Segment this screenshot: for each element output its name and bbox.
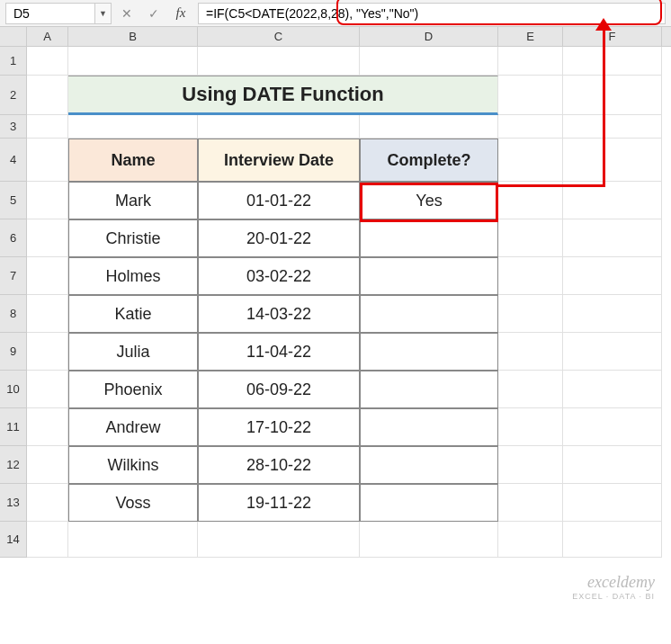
col-header-D[interactable]: D [360,27,498,46]
row-header-5[interactable]: 5 [0,182,27,219]
cell-complete-7[interactable] [360,257,498,295]
cell-F2[interactable] [563,76,662,115]
cell-name-8[interactable]: Katie [68,295,198,333]
fx-icon[interactable]: fx [169,3,192,24]
cell-complete-13[interactable] [360,484,498,522]
cell-A9[interactable] [27,333,68,371]
cell-A13[interactable] [27,484,68,522]
cell-F12[interactable] [563,446,662,484]
cell-date-6[interactable]: 20-01-22 [198,219,360,257]
header-interview-date[interactable]: Interview Date [198,139,360,182]
cell-B3[interactable] [68,115,198,139]
cell-date-5[interactable]: 01-01-22 [198,182,360,219]
cell-E7[interactable] [498,257,563,295]
header-complete[interactable]: Complete? [360,139,498,182]
cell-D14[interactable] [360,522,498,558]
cell-A8[interactable] [27,295,68,333]
cell-date-10[interactable]: 06-09-22 [198,371,360,408]
row-header-6[interactable]: 6 [0,219,27,257]
cell-F3[interactable] [563,115,662,139]
row-header-13[interactable]: 13 [0,484,27,522]
cell-date-11[interactable]: 17-10-22 [198,408,360,446]
cell-name-12[interactable]: Wilkins [68,446,198,484]
select-all-corner[interactable] [0,27,27,46]
enter-icon[interactable]: ✓ [142,3,166,24]
cell-name-11[interactable]: Andrew [68,408,198,446]
cell-E6[interactable] [498,219,563,257]
cell-E2[interactable] [498,76,563,115]
cell-B1[interactable] [68,47,198,76]
row-header-2[interactable]: 2 [0,76,27,115]
row-header-9[interactable]: 9 [0,333,27,371]
col-header-F[interactable]: F [563,27,662,46]
row-header-8[interactable]: 8 [0,295,27,333]
col-header-C[interactable]: C [198,27,360,46]
col-header-E[interactable]: E [498,27,563,46]
cell-E11[interactable] [498,408,563,446]
cell-name-7[interactable]: Holmes [68,257,198,295]
cell-complete-5[interactable]: Yes [360,182,498,219]
cell-date-9[interactable]: 11-04-22 [198,333,360,371]
cell-complete-6[interactable] [360,219,498,257]
cell-name-5[interactable]: Mark [68,182,198,219]
cell-E14[interactable] [498,522,563,558]
cell-A5[interactable] [27,182,68,219]
row-header-12[interactable]: 12 [0,446,27,484]
row-header-3[interactable]: 3 [0,115,27,139]
cell-F7[interactable] [563,257,662,295]
cell-A10[interactable] [27,371,68,408]
cell-D3[interactable] [360,115,498,139]
cancel-icon[interactable]: ✕ [115,3,139,24]
cell-E3[interactable] [498,115,563,139]
cell-D1[interactable] [360,47,498,76]
cell-complete-12[interactable] [360,446,498,484]
cell-F11[interactable] [563,408,662,446]
cell-F10[interactable] [563,371,662,408]
row-header-10[interactable]: 10 [0,371,27,408]
cell-A12[interactable] [27,446,68,484]
cell-A1[interactable] [27,47,68,76]
cell-date-13[interactable]: 19-11-22 [198,484,360,522]
row-header-7[interactable]: 7 [0,257,27,295]
cell-B14[interactable] [68,522,198,558]
cell-E5[interactable] [498,182,563,219]
cell-C14[interactable] [198,522,360,558]
cell-E8[interactable] [498,295,563,333]
cell-complete-11[interactable] [360,408,498,446]
col-header-A[interactable]: A [27,27,68,46]
cell-E1[interactable] [498,47,563,76]
col-header-B[interactable]: B [68,27,198,46]
row-header-11[interactable]: 11 [0,408,27,446]
cell-F1[interactable] [563,47,662,76]
cell-F4[interactable] [563,139,662,182]
cell-A14[interactable] [27,522,68,558]
cell-A3[interactable] [27,115,68,139]
cell-complete-10[interactable] [360,371,498,408]
cell-complete-9[interactable] [360,333,498,371]
cell-E9[interactable] [498,333,563,371]
cell-A6[interactable] [27,219,68,257]
cell-F9[interactable] [563,333,662,371]
cell-name-13[interactable]: Voss [68,484,198,522]
cell-name-10[interactable]: Phoenix [68,371,198,408]
cell-complete-8[interactable] [360,295,498,333]
cell-F6[interactable] [563,219,662,257]
formula-input[interactable]: =IF(C5<DATE(2022,8,28), "Yes","No") [198,3,666,24]
header-name[interactable]: Name [68,139,198,182]
cell-name-9[interactable]: Julia [68,333,198,371]
cell-date-7[interactable]: 03-02-22 [198,257,360,295]
cell-A11[interactable] [27,408,68,446]
cell-name-6[interactable]: Christie [68,219,198,257]
cell-date-12[interactable]: 28-10-22 [198,446,360,484]
row-header-14[interactable]: 14 [0,522,27,558]
cell-E10[interactable] [498,371,563,408]
cell-A2[interactable] [27,76,68,115]
cell-F8[interactable] [563,295,662,333]
row-header-1[interactable]: 1 [0,47,27,76]
cell-E4[interactable] [498,139,563,182]
cell-A7[interactable] [27,257,68,295]
row-header-4[interactable]: 4 [0,139,27,182]
cell-F5[interactable] [563,182,662,219]
cell-E12[interactable] [498,446,563,484]
cell-F14[interactable] [563,522,662,558]
